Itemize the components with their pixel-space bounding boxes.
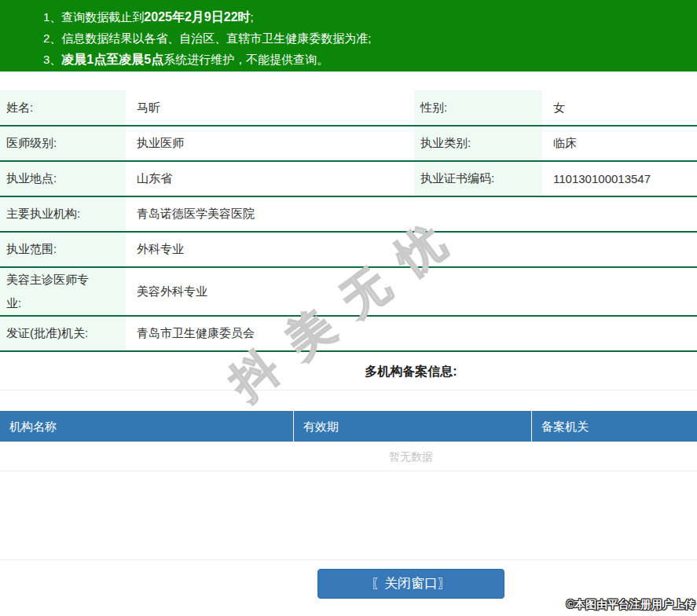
table-row: 姓名: 马昕 性别: 女 <box>0 90 697 126</box>
column-header-validity: 有效期 <box>293 411 531 442</box>
field-value-practice-location: 山东省 <box>126 161 414 196</box>
practitioner-info-table: 姓名: 马昕 性别: 女 医师级别: 执业医师 执业类别: 临床 执业地点: 山… <box>0 90 697 352</box>
multi-org-section-title: 多机构备案信息: <box>0 352 697 390</box>
field-value-practice-category: 临床 <box>542 126 697 161</box>
empty-state-text: 暂无数据 <box>0 442 697 471</box>
spacer <box>0 471 697 560</box>
field-value-name: 马昕 <box>126 90 414 126</box>
column-header-record-authority: 备案机关 <box>531 411 697 442</box>
field-label-name: 姓名: <box>0 90 126 126</box>
page-content: 1、查询数据截止到2025年2月9日22时; 2、信息数据结果以各省、自治区、直… <box>0 0 697 599</box>
field-label-practice-scope: 执业范围: <box>0 232 126 267</box>
field-value-practice-scope: 外科专业 <box>126 232 697 267</box>
notice-number: 3、 <box>43 53 61 66</box>
spacer <box>0 390 697 411</box>
field-value-gender: 女 <box>542 90 697 126</box>
field-value-issuing-authority: 青岛市卫生健康委员会 <box>126 316 697 351</box>
field-label-certificate-number: 执业证书编码: <box>414 161 542 196</box>
table-row: 执业地点: 山东省 执业证书编码: 110130100013547 <box>0 161 697 196</box>
table-row: 美容主诊医师专业: 美容外科专业 <box>0 267 697 316</box>
field-label-practice-category: 执业类别: <box>414 126 542 161</box>
table-row: 发证(批准)机关: 青岛市卫生健康委员会 <box>0 316 697 351</box>
notice-line-1: 1、查询数据截止到2025年2月9日22时; <box>43 6 697 28</box>
close-window-button[interactable]: 〖关闭窗口〗 <box>317 569 504 599</box>
notice-banner: 1、查询数据截止到2025年2月9日22时; 2、信息数据结果以各省、自治区、直… <box>0 0 697 72</box>
spacer <box>0 72 697 90</box>
query-result-window: 1、查询数据截止到2025年2月9日22时; 2、信息数据结果以各省、自治区、直… <box>0 0 697 616</box>
field-label-gender: 性别: <box>414 90 542 126</box>
table-row: 执业范围: 外科专业 <box>0 232 697 267</box>
notice-line-2: 2、信息数据结果以各省、自治区、直辖市卫生健康委数据为准; <box>43 28 697 49</box>
notice-number: 2、 <box>43 31 61 45</box>
notice-number: 1、 <box>43 10 61 24</box>
field-value-cosmetic-specialty: 美容外科专业 <box>126 267 697 316</box>
upload-stamp-watermark: ©本图由平台注册用户上传 <box>567 598 695 612</box>
field-label-main-institution: 主要执业机构: <box>0 196 126 232</box>
field-value-doctor-level: 执业医师 <box>126 126 414 161</box>
field-value-main-institution: 青岛诺德医学美容医院 <box>126 196 697 232</box>
table-row: 主要执业机构: 青岛诺德医学美容医院 <box>0 196 697 232</box>
multi-org-table-header: 机构名称 有效期 备案机关 <box>0 411 697 442</box>
field-label-issuing-authority: 发证(批准)机关: <box>0 316 126 351</box>
field-label-practice-location: 执业地点: <box>0 161 126 196</box>
table-row: 医师级别: 执业医师 执业类别: 临床 <box>0 126 697 161</box>
button-row: 〖关闭窗口〗 <box>0 560 697 599</box>
field-label-cosmetic-specialty: 美容主诊医师专业: <box>0 267 126 316</box>
field-value-certificate-number: 110130100013547 <box>542 161 697 196</box>
notice-line-3: 3、凌晨1点至凌晨5点系统进行维护，不能提供查询。 <box>43 49 697 70</box>
field-label-doctor-level: 医师级别: <box>0 126 126 161</box>
column-header-institution: 机构名称 <box>0 411 293 442</box>
